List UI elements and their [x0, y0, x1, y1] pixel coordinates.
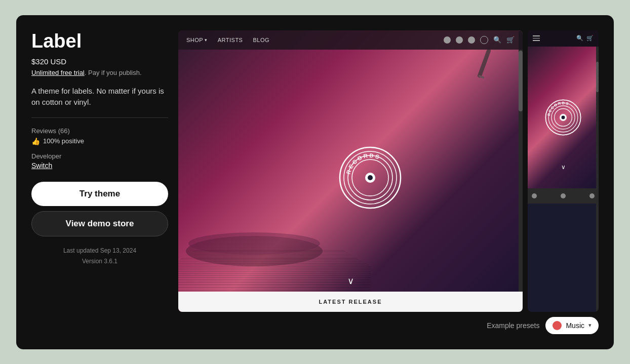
theme-price: $320 USD [31, 57, 168, 66]
preview-inner: SHOP ▾ ARTISTS BLOG 🔍 🛒 [178, 30, 599, 312]
vinyl-disk [183, 216, 325, 287]
social-icon-1 [444, 36, 451, 44]
hamburger-icon[interactable] [533, 35, 540, 41]
svg-point-7 [368, 175, 373, 180]
svg-point-10 [188, 232, 320, 255]
svg-text:RECORDS: RECORDS [345, 152, 382, 175]
user-icon [480, 36, 488, 44]
divider [31, 117, 168, 118]
chevron-down-icon: ∨ [347, 275, 354, 287]
turntable-arm [457, 46, 502, 91]
presets-label: Example presets [487, 321, 539, 330]
preview-nav: SHOP ▾ ARTISTS BLOG 🔍 🛒 [178, 30, 523, 50]
nav-shop[interactable]: SHOP ▾ [186, 37, 208, 43]
mobile-cart-icon: 🛒 [586, 35, 594, 42]
reviews-positive-text: 100% positive [43, 137, 84, 145]
mobile-search-icon: 🔍 [576, 35, 583, 42]
mobile-nav: 🔍 🛒 [528, 30, 599, 47]
scrollbar-track[interactable] [519, 30, 523, 312]
preset-name: Music [566, 321, 584, 330]
reviews-label: Reviews (66) [31, 127, 168, 135]
hero-image: RECORDS ∨ LATE [178, 30, 523, 312]
developer-name[interactable]: Switch [31, 161, 168, 170]
theme-title: Label [31, 30, 168, 52]
svg-text:RECORDS: RECORDS [546, 100, 570, 116]
mobile-scrollbar-track[interactable] [596, 47, 599, 312]
footer-bar: Example presets Music ▾ [178, 317, 599, 334]
latest-release-text: LATEST RELEASE [319, 299, 382, 305]
last-updated: Last updated Sep 13, 2024 [31, 246, 168, 257]
mobile-preview: 🔍 🛒 [528, 30, 599, 312]
search-icon: 🔍 [493, 36, 501, 44]
app-window: Label $320 USD Unlimited free trial. Pay… [16, 15, 614, 349]
mobile-social-1 [532, 193, 537, 198]
developer-label: Developer [31, 152, 168, 160]
reviews-positive: 👍 100% positive [31, 137, 168, 145]
records-logo-desktop: RECORDS [337, 145, 403, 211]
try-theme-button[interactable]: Try theme [31, 182, 168, 206]
nav-artists[interactable]: ARTISTS [218, 37, 243, 43]
mobile-social-3 [589, 193, 595, 198]
theme-description: A theme for labels. No matter if yours i… [31, 86, 168, 108]
preview-area: SHOP ▾ ARTISTS BLOG 🔍 🛒 [178, 30, 599, 334]
nav-icons-right: 🔍 🛒 [444, 36, 515, 44]
bottom-bar-desktop: LATEST RELEASE [178, 292, 523, 312]
records-logo-mobile: RECORDS [544, 98, 582, 136]
social-icon-3 [468, 36, 475, 44]
thumbs-up-icon: 👍 [31, 137, 40, 145]
cart-icon: 🛒 [506, 36, 515, 44]
svg-rect-0 [477, 48, 491, 78]
version: Version 3.6.1 [31, 256, 168, 267]
sidebar: Label $320 USD Unlimited free trial. Pay… [31, 30, 178, 334]
mobile-bottom-bar [528, 188, 599, 204]
scrollbar-thumb[interactable] [519, 51, 523, 111]
meta-info: Last updated Sep 13, 2024 Version 3.6.1 [31, 246, 168, 267]
trial-text: Unlimited free trial. Pay if you publish… [31, 69, 168, 76]
social-icon-2 [456, 36, 463, 44]
nav-blog[interactable]: BLOG [253, 37, 269, 43]
mobile-scrollbar-thumb[interactable] [596, 62, 599, 92]
mobile-social-2 [561, 193, 566, 198]
view-demo-button[interactable]: View demo store [31, 211, 168, 236]
mobile-chevron-down-icon: ∨ [561, 164, 566, 171]
desktop-preview: SHOP ▾ ARTISTS BLOG 🔍 🛒 [178, 30, 523, 312]
mobile-hero: RECORDS ∨ [528, 47, 599, 188]
mobile-nav-icons: 🔍 🛒 [576, 35, 594, 42]
trial-suffix: . Pay if you publish. [85, 69, 142, 76]
dropdown-chevron-icon: ▾ [588, 322, 592, 329]
svg-point-16 [562, 115, 565, 119]
trial-link[interactable]: Unlimited free trial [31, 69, 85, 76]
presets-dropdown[interactable]: Music ▾ [545, 317, 599, 334]
preset-color-dot [553, 321, 562, 330]
